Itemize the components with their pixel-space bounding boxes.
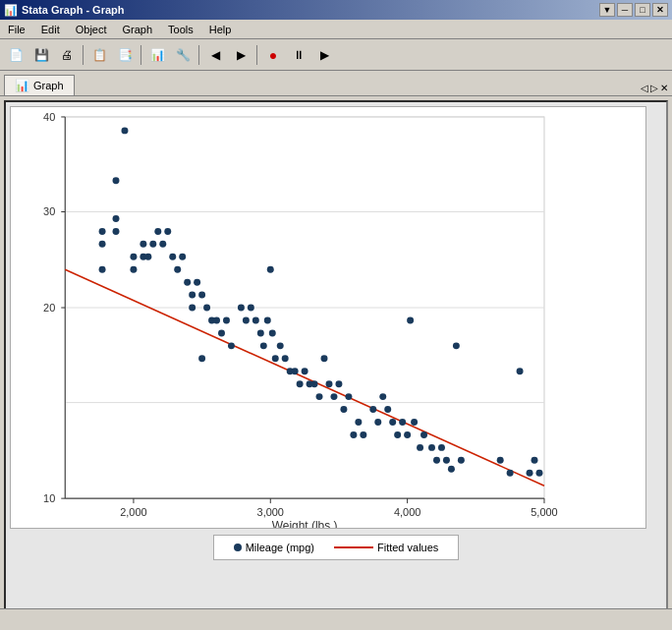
svg-text:4,000: 4,000	[394, 506, 420, 518]
menu-edit[interactable]: Edit	[37, 22, 64, 37]
svg-point-66	[272, 355, 279, 362]
svg-point-27	[99, 241, 106, 248]
toolbar-separator-3	[198, 45, 199, 65]
legend-dot-icon	[234, 544, 242, 551]
svg-point-38	[149, 241, 156, 248]
legend-line-icon	[334, 546, 373, 548]
copy-button[interactable]: 📋	[87, 43, 111, 67]
toolbar-separator-2	[140, 45, 141, 65]
svg-point-89	[389, 419, 396, 426]
save-button[interactable]: 💾	[29, 43, 53, 67]
svg-point-70	[292, 368, 299, 374]
svg-point-87	[379, 393, 386, 400]
svg-point-48	[194, 279, 200, 286]
svg-point-90	[394, 431, 401, 438]
svg-point-77	[326, 380, 333, 387]
print-button[interactable]: 🖨	[55, 43, 79, 67]
pause-button[interactable]: ⏸	[287, 43, 310, 67]
svg-point-98	[433, 457, 440, 464]
status-bar	[0, 608, 672, 630]
svg-point-108	[532, 457, 538, 464]
svg-point-82	[350, 431, 357, 438]
svg-point-34	[130, 254, 137, 260]
svg-point-109	[536, 470, 543, 477]
svg-point-31	[99, 228, 106, 235]
svg-point-102	[453, 342, 460, 349]
tab-graph-icon: 📊	[15, 79, 29, 92]
play-button[interactable]: ▶	[312, 43, 336, 67]
svg-point-94	[411, 419, 418, 426]
svg-point-91	[399, 419, 406, 426]
svg-point-50	[203, 305, 210, 312]
svg-point-47	[189, 305, 196, 312]
toolbar: 📄 💾 🖨 📋 📑 📊 🔧 ◀ ▶ ● ⏸ ▶	[0, 39, 672, 71]
forward-button[interactable]: ▶	[229, 43, 252, 67]
svg-point-29	[113, 215, 120, 222]
svg-point-56	[198, 355, 205, 362]
svg-point-30	[113, 177, 120, 184]
minimize-button[interactable]: ─	[617, 3, 633, 17]
legend-fitted: Fitted values	[334, 542, 438, 553]
svg-text:40: 40	[43, 111, 55, 123]
tab-graph-label: Graph	[33, 80, 64, 91]
svg-point-103	[458, 457, 465, 464]
svg-point-59	[248, 305, 254, 312]
svg-point-60	[252, 317, 259, 324]
paste-button[interactable]: 📑	[113, 43, 137, 67]
svg-point-97	[428, 444, 435, 451]
svg-point-28	[113, 228, 120, 235]
tab-controls[interactable]: ◁ ▷ ✕	[641, 83, 672, 95]
svg-point-40	[159, 241, 166, 248]
tab-next-button[interactable]: ▷	[650, 83, 658, 93]
svg-point-54	[223, 317, 230, 324]
app-icon: 📊	[4, 4, 18, 17]
tab-prev-button[interactable]: ◁	[641, 83, 648, 93]
svg-point-49	[198, 292, 205, 299]
legend-mileage: Mileage (mpg)	[234, 542, 314, 553]
svg-point-33	[130, 266, 137, 273]
svg-point-95	[417, 444, 423, 451]
maximize-button[interactable]: □	[635, 3, 650, 17]
tab-graph[interactable]: 📊 Graph	[4, 75, 75, 95]
svg-point-106	[517, 368, 524, 374]
plot-wrapper: 40 30 20 10 2,000 3,000	[10, 106, 662, 620]
tab-close-button[interactable]: ✕	[660, 83, 668, 93]
title-bar-controls[interactable]: ▼ ─ □ ✕	[599, 3, 668, 17]
svg-point-65	[267, 266, 274, 273]
svg-point-105	[507, 470, 514, 477]
svg-text:5,000: 5,000	[531, 506, 557, 518]
menu-tools[interactable]: Tools	[164, 22, 197, 37]
svg-point-58	[243, 317, 250, 324]
legend-mileage-label: Mileage (mpg)	[246, 542, 314, 553]
svg-point-57	[238, 305, 245, 312]
svg-point-26	[99, 266, 106, 273]
svg-point-74	[311, 380, 318, 387]
svg-point-79	[335, 380, 342, 387]
chart-button[interactable]: 📊	[145, 43, 169, 67]
new-button[interactable]: 📄	[4, 43, 28, 67]
svg-point-93	[407, 317, 414, 324]
svg-text:2,000: 2,000	[120, 506, 146, 518]
scatter-plot[interactable]: 40 30 20 10 2,000 3,000	[10, 106, 646, 529]
svg-point-42	[169, 254, 176, 260]
record-button[interactable]: ●	[261, 43, 285, 67]
svg-point-71	[297, 380, 304, 387]
legend-fitted-label: Fitted values	[377, 542, 438, 553]
svg-text:3,000: 3,000	[257, 506, 284, 518]
menu-help[interactable]: Help	[205, 22, 236, 37]
settings-button[interactable]: 🔧	[171, 43, 195, 67]
svg-point-75	[316, 393, 323, 400]
minimize-restore-button[interactable]: ▼	[599, 3, 615, 17]
svg-text:20: 20	[43, 302, 55, 314]
chart-legend: Mileage (mpg) Fitted values	[213, 535, 460, 560]
toolbar-separator-1	[83, 45, 84, 65]
back-button[interactable]: ◀	[203, 43, 227, 67]
menu-graph[interactable]: Graph	[119, 22, 157, 37]
close-button[interactable]: ✕	[652, 3, 668, 17]
menu-bar: File Edit Object Graph Tools Help	[0, 20, 672, 39]
svg-point-44	[179, 254, 186, 260]
svg-point-83	[355, 419, 362, 426]
menu-object[interactable]: Object	[72, 22, 111, 37]
svg-point-62	[260, 342, 267, 349]
menu-file[interactable]: File	[4, 22, 29, 37]
